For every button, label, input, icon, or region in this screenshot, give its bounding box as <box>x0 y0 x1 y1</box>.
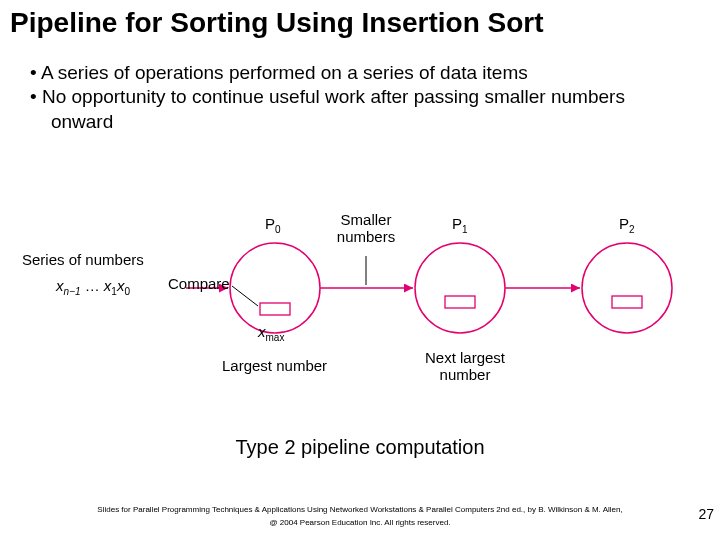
svg-rect-8 <box>612 296 642 308</box>
largest-label: Largest number <box>222 358 327 375</box>
footer-line-1: Slides for Parallel Programming Techniqu… <box>0 504 720 517</box>
pipeline-diagram: Series of numbers xn−1 … x1x0 P0 P1 P2 S… <box>0 208 720 398</box>
next-largest-label: Next largestnumber <box>420 350 510 383</box>
svg-point-2 <box>582 243 672 333</box>
svg-rect-6 <box>260 303 290 315</box>
compare-label: Compare <box>168 276 230 293</box>
series-label: Series of numbers <box>22 252 144 269</box>
bullet-list: A series of operations performed on a se… <box>0 39 720 135</box>
xmax-label: xmax <box>258 324 284 343</box>
p2-label: P2 <box>619 216 635 235</box>
svg-rect-7 <box>445 296 475 308</box>
smaller-label: Smallernumbers <box>320 212 412 245</box>
bullet-item: No opportunity to continue useful work a… <box>30 85 690 134</box>
page-number: 27 <box>698 506 714 522</box>
caption: Type 2 pipeline computation <box>0 436 720 459</box>
p0-label: P0 <box>265 216 281 235</box>
svg-point-0 <box>230 243 320 333</box>
p1-label: P1 <box>452 216 468 235</box>
footer-line-2: @ 2004 Pearson Education Inc. All rights… <box>0 517 720 530</box>
svg-point-1 <box>415 243 505 333</box>
svg-line-10 <box>232 286 258 306</box>
bullet-item: A series of operations performed on a se… <box>30 61 690 86</box>
footer: Slides for Parallel Programming Techniqu… <box>0 504 720 530</box>
series-values: xn−1 … x1x0 <box>56 278 130 297</box>
page-title: Pipeline for Sorting Using Insertion Sor… <box>0 0 720 39</box>
